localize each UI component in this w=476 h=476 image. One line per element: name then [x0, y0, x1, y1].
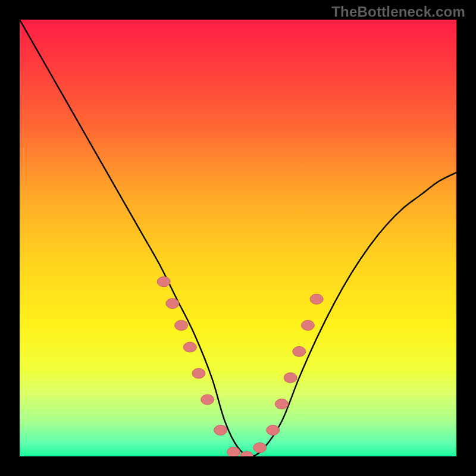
curve-marker — [214, 425, 227, 435]
curve-marker — [227, 447, 240, 456]
curve-marker — [293, 346, 306, 356]
curve-marker — [183, 342, 196, 352]
curve-marker — [192, 368, 205, 378]
curve-marker — [267, 425, 280, 435]
chart-frame: TheBottleneck.com — [0, 0, 476, 476]
curve-marker — [166, 299, 179, 309]
bottleneck-chart — [20, 20, 456, 456]
curve-marker — [201, 394, 214, 405]
gradient-background — [20, 20, 456, 456]
watermark-label: TheBottleneck.com — [331, 4, 465, 20]
curve-marker — [157, 277, 170, 287]
curve-marker — [275, 399, 288, 409]
plot-area — [20, 20, 456, 456]
curve-marker — [301, 320, 314, 330]
curve-marker — [253, 443, 267, 453]
curve-marker — [310, 294, 323, 304]
curve-marker — [175, 320, 188, 330]
curve-marker — [284, 372, 297, 383]
